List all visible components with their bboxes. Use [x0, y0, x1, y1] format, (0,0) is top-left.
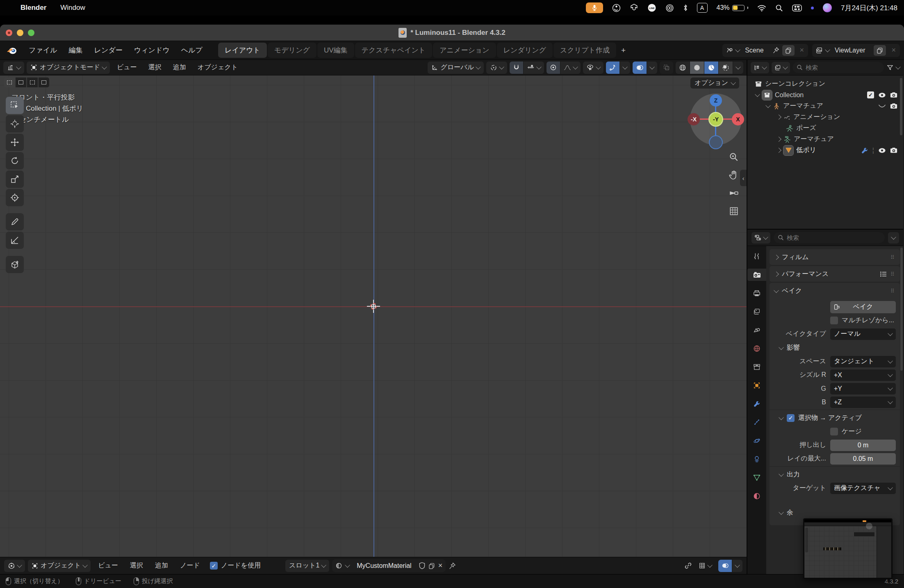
outliner-row-scene-collection[interactable]: シーンコレクション [750, 78, 901, 89]
gizmo-axis-neg-x[interactable]: -X [688, 113, 700, 125]
tool-add-cube[interactable] [6, 256, 24, 273]
tool-rotate[interactable] [6, 152, 24, 169]
selected-to-active-checkbox[interactable]: ✓ [787, 414, 795, 422]
camera-restrict-icon[interactable] [890, 103, 897, 109]
cage-checkbox[interactable] [830, 428, 838, 435]
bluetooth-status-icon[interactable] [683, 4, 688, 11]
tab-particles[interactable] [747, 416, 766, 428]
workspace-tab-uv[interactable]: UV編集 [317, 43, 354, 58]
shader-menu-node[interactable]: ノード [175, 559, 205, 572]
shading-solid-button[interactable] [690, 62, 704, 74]
menu-help[interactable]: ヘルプ [176, 43, 207, 57]
viewport-menu-object[interactable]: オブジェクト [193, 61, 242, 74]
menu-edit[interactable]: 編集 [64, 43, 88, 57]
window-titlebar[interactable]: * Luminous11 - Blender 4.3.2 [0, 25, 904, 41]
outliner-search-field[interactable] [792, 62, 884, 73]
outliner-row-armature-object[interactable]: アーマチュア [750, 100, 901, 112]
gizmos-toggle[interactable] [606, 62, 619, 74]
viewport-canvas[interactable]: オプション フロント・平行投影 (39) Collection | 低ポリ 10… [0, 75, 747, 557]
max-ray-field[interactable]: 0.05 m [830, 453, 896, 465]
tab-tool[interactable] [747, 250, 766, 262]
workspace-tab-animation[interactable]: アニメーション [433, 43, 496, 58]
properties-scrollbar[interactable] [900, 248, 903, 371]
outliner-display-mode-button[interactable] [772, 62, 790, 73]
collapsed-chevron[interactable] [776, 114, 781, 120]
bake-panel[interactable]: ベイク ⠿ ベイク [770, 283, 900, 525]
overlays-toggle[interactable] [633, 62, 647, 74]
workspace-tab-rendering[interactable]: レンダリング [497, 43, 553, 58]
shading-rendered-button[interactable] [719, 62, 733, 74]
viewlayer-name[interactable]: ViewLayer [832, 47, 871, 54]
siri-icon[interactable] [823, 3, 832, 12]
gizmo-axis-neg-z[interactable] [710, 136, 722, 148]
copy-material-icon[interactable] [428, 563, 435, 569]
swizzle-b-dropdown[interactable]: +Z [830, 397, 896, 408]
material-slot-dropdown[interactable]: スロット1 [285, 560, 329, 572]
camera-restrict-icon[interactable] [890, 147, 897, 153]
outliner-row-animation[interactable]: アニメーション [750, 112, 901, 123]
mode-dropdown[interactable]: オブジェクトモード [27, 62, 110, 74]
filter-icon[interactable] [886, 64, 894, 71]
viewport-menu-select[interactable]: 選択 [144, 61, 166, 74]
shader-type-dropdown[interactable]: オブジェクト [28, 560, 91, 572]
collection-checkbox[interactable]: ✓ [867, 91, 874, 98]
properties-editor-type-button[interactable] [751, 232, 770, 244]
select-mode-set-icon[interactable] [4, 77, 15, 87]
tab-world[interactable] [747, 342, 766, 355]
performance-panel[interactable]: パフォーマンス ⠿ [770, 266, 900, 282]
use-nodes-checkbox[interactable]: ✓ [210, 562, 218, 570]
new-viewlayer-button[interactable] [874, 45, 886, 56]
scene-selector[interactable]: Scene × [722, 44, 808, 57]
viewlayer-selector[interactable]: ViewLayer × [812, 44, 900, 57]
eye-closed-icon[interactable] [878, 104, 886, 108]
viewport-menu-add[interactable]: 追加 [169, 61, 191, 74]
snap-toggle[interactable] [510, 62, 523, 74]
selected-to-active-subpanel-header[interactable]: ✓ 選択物 → アクティブ [774, 411, 896, 425]
material-name[interactable]: MyCustomMaterial [353, 562, 415, 570]
pin-node-tree-icon[interactable] [449, 562, 456, 570]
expand-chevron[interactable] [755, 92, 760, 97]
screen-preview-thumbnail[interactable] [803, 518, 893, 579]
eye-icon[interactable] [878, 92, 886, 98]
properties-search-field[interactable] [774, 232, 885, 243]
outliner-editor-type-button[interactable] [751, 62, 769, 73]
gizmo-axis-z[interactable]: Z [710, 94, 722, 107]
outliner-scrollbar[interactable] [900, 78, 902, 135]
tool-select-box[interactable] [6, 97, 24, 114]
shading-wireframe-button[interactable] [676, 62, 690, 74]
tab-render[interactable] [747, 269, 766, 281]
collapsed-chevron[interactable] [776, 148, 781, 153]
outliner-search-input[interactable] [806, 64, 880, 71]
minimize-window-button[interactable] [17, 30, 23, 36]
space-dropdown[interactable]: タンジェント [830, 356, 896, 367]
bake-button[interactable]: ベイク [830, 301, 896, 313]
target-dropdown[interactable]: 画像テクスチャ [830, 483, 896, 494]
scene-name[interactable]: Scene [742, 47, 769, 54]
close-window-button[interactable] [6, 30, 12, 36]
snap-node-dropdown[interactable] [695, 560, 715, 572]
menu-render[interactable]: レンダー [89, 43, 128, 57]
outliner-row-pose[interactable]: ポーズ [750, 123, 901, 134]
toggle-ortho-icon[interactable] [729, 206, 739, 217]
cube-app-status-icon[interactable] [630, 4, 638, 12]
proportional-edit-toggle[interactable] [546, 62, 560, 74]
remove-viewlayer-button[interactable]: × [889, 46, 898, 55]
spotlight-search-icon[interactable] [775, 4, 783, 12]
workspace-tab-texpaint[interactable]: テクスチャペイント [355, 43, 433, 58]
wifi-status-icon[interactable] [757, 5, 766, 11]
sidebar-collapse-arrow[interactable]: ‹ [740, 170, 747, 186]
node-link-icon[interactable] [684, 562, 692, 570]
fake-user-shield-icon[interactable] [419, 562, 425, 569]
tool-move[interactable] [6, 134, 24, 151]
shader-menu-add[interactable]: 追加 [150, 559, 173, 572]
influence-subpanel-header[interactable]: 影響 [774, 341, 896, 355]
macos-window-menu[interactable]: Window [60, 4, 85, 12]
cage-toggle[interactable]: ケージ [830, 427, 862, 436]
xray-toggle[interactable] [660, 62, 673, 74]
macos-app-menu[interactable]: Blender [20, 4, 46, 12]
tab-collection[interactable] [747, 361, 766, 373]
workspace-tab-modeling[interactable]: モデリング [268, 43, 317, 58]
tab-scene[interactable] [747, 324, 766, 336]
camera-restrict-icon[interactable] [890, 92, 897, 98]
tab-material[interactable] [747, 490, 766, 502]
